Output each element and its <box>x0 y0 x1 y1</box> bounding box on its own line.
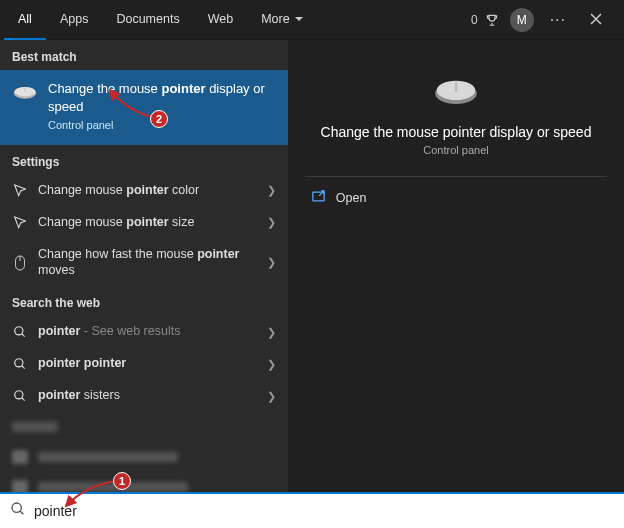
user-avatar[interactable]: M <box>510 8 534 32</box>
reward-points: 0 <box>471 13 478 27</box>
web-header: Search the web <box>0 286 288 316</box>
svg-line-7 <box>22 366 25 369</box>
chevron-right-icon: ❯ <box>267 326 276 339</box>
svg-point-6 <box>15 359 23 367</box>
annotation-badge-1: 1 <box>113 472 131 490</box>
redacted-item[interactable] <box>0 442 288 472</box>
detail-title: Change the mouse pointer display or spee… <box>311 124 602 140</box>
chevron-right-icon: ❯ <box>267 256 276 269</box>
web-result-pointer-pointer[interactable]: pointer pointer ❯ <box>0 348 288 380</box>
cursor-size-icon <box>12 215 28 231</box>
open-icon <box>311 189 326 207</box>
mouse-icon <box>12 84 38 102</box>
search-icon <box>12 388 28 404</box>
tab-documents[interactable]: Documents <box>102 0 193 40</box>
svg-point-8 <box>15 391 23 399</box>
chevron-right-icon: ❯ <box>267 184 276 197</box>
search-tabs: All Apps Documents Web More 0 M ··· <box>0 0 624 40</box>
open-action[interactable]: Open <box>305 177 607 219</box>
search-icon <box>12 324 28 340</box>
results-panel: Best match Change the mouse pointer disp… <box>0 40 288 492</box>
search-icon <box>12 356 28 372</box>
redacted-header <box>0 412 288 442</box>
tab-apps[interactable]: Apps <box>46 0 103 40</box>
search-input[interactable] <box>34 503 614 519</box>
redacted-item[interactable] <box>0 472 288 492</box>
rewards-indicator[interactable]: 0 <box>471 12 500 28</box>
svg-line-5 <box>22 334 25 337</box>
svg-line-14 <box>20 511 23 514</box>
svg-point-13 <box>12 503 21 512</box>
web-result-pointer-sisters[interactable]: pointer sisters ❯ <box>0 380 288 412</box>
tab-all[interactable]: All <box>4 0 46 40</box>
open-label: Open <box>336 191 367 205</box>
detail-panel: Change the mouse pointer display or spee… <box>288 40 624 492</box>
search-icon <box>10 501 26 521</box>
tab-more[interactable]: More <box>247 0 316 40</box>
detail-subtitle: Control panel <box>423 144 488 156</box>
best-match-result[interactable]: Change the mouse pointer display or spee… <box>0 70 288 145</box>
more-options-button[interactable]: ··· <box>544 7 572 33</box>
cursor-color-icon <box>12 183 28 199</box>
svg-line-9 <box>22 398 25 401</box>
settings-result-pointer-size[interactable]: Change mouse pointer size ❯ <box>0 207 288 239</box>
search-bar[interactable] <box>0 492 624 528</box>
settings-result-pointer-speed[interactable]: Change how fast the mouse pointer moves … <box>0 239 288 286</box>
chevron-right-icon: ❯ <box>267 390 276 403</box>
annotation-badge-2: 2 <box>150 110 168 128</box>
mouse-outline-icon <box>12 255 28 271</box>
close-button[interactable] <box>582 8 610 32</box>
svg-point-4 <box>15 327 23 335</box>
settings-header: Settings <box>0 145 288 175</box>
tab-web[interactable]: Web <box>194 0 247 40</box>
settings-result-pointer-color[interactable]: Change mouse pointer color ❯ <box>0 175 288 207</box>
chevron-right-icon: ❯ <box>267 216 276 229</box>
trophy-icon <box>484 12 500 28</box>
web-result-pointer[interactable]: pointer - See web results ❯ <box>0 316 288 348</box>
mouse-icon-large <box>432 74 480 110</box>
chevron-right-icon: ❯ <box>267 358 276 371</box>
best-match-header: Best match <box>0 40 288 70</box>
